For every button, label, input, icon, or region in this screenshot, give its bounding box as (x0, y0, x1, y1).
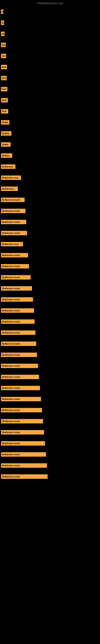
bar-row: Bottleneck result (0, 460, 100, 471)
bar-row: Bottleneck resu (0, 172, 100, 183)
bar-row: Bottleneck resu (0, 238, 100, 250)
bar-row: Bottle (0, 117, 100, 128)
bar-label: Bottleneck result (1, 463, 47, 468)
bar-row: Bott (0, 94, 100, 106)
bar-row: Bottleneck result (0, 471, 100, 482)
bar-label: Bottleneck result (1, 198, 25, 202)
bar-row: Bottleneck result (0, 382, 100, 394)
bar-row: Bottleneck result (0, 305, 100, 316)
bar-label: Bot (1, 76, 7, 80)
bar-label: Bottleneck result (1, 397, 41, 401)
bar-row: Bottleneck result (0, 449, 100, 460)
bar-row: Bottleneck result (0, 260, 100, 272)
bar-row: Bottleneck result (0, 338, 100, 349)
bar-label: Bottleneck result (1, 253, 28, 258)
bar-row: Bo (0, 28, 100, 39)
bar-row: Bot (0, 50, 100, 62)
bar-label: Bott (1, 65, 7, 69)
bar-row: Bottleneck result (0, 272, 100, 283)
bar-label: Bottleneck result (1, 320, 35, 324)
bar-label: Bottle (1, 142, 11, 147)
bar-label: Bott (1, 109, 8, 114)
bar-row: Bottleneck result (0, 250, 100, 260)
bar-label: Bottleneck result (1, 441, 45, 446)
bar-row: Bottleneck result (0, 194, 100, 205)
bar-row: Bottleneck result (0, 349, 100, 360)
bar-label: Bottlen (1, 153, 12, 158)
bar-label: Bottleneck result (1, 408, 42, 412)
bar-row: B (0, 6, 100, 17)
bar-row: Bott (0, 62, 100, 72)
bar-label: Bottleneck result (1, 330, 35, 335)
bar-row: Bottleneck result (0, 283, 100, 294)
bar-label: Bottleneck result (1, 419, 43, 424)
bar-label: Bottleneck result (1, 275, 31, 280)
bar-row: Bottleneck result (0, 216, 100, 228)
bar-row: Bottleneck result (0, 371, 100, 382)
bar-row: Bottleneck result (0, 294, 100, 305)
bar-row: Bottleneck result (0, 228, 100, 238)
bar-label: Bottleneck (1, 164, 15, 169)
bar-row: Bottleneck r (0, 183, 100, 194)
bar-label: Bottleneck result (1, 264, 29, 268)
bar-row: Bottleneck result (0, 404, 100, 416)
bar-row: Bottleneck result (0, 416, 100, 427)
bar-label: Bottlen (1, 131, 11, 136)
bar-label: Bottle (1, 120, 9, 124)
bar-label: Bot (1, 54, 6, 58)
bar-label: Bottleneck result (1, 231, 27, 235)
bar-row: Bottleneck result (0, 360, 100, 371)
bar-row: Bottleneck result (0, 316, 100, 327)
bar-label: Bottleneck result (1, 342, 36, 346)
bar-row: Bottleneck result (0, 427, 100, 438)
bar-label: Bottleneck result (1, 364, 38, 368)
bar-label: Bot (1, 43, 6, 47)
bar-label: Bo (1, 20, 4, 25)
bar-label: Bottleneck result (1, 286, 32, 290)
bar-label: Bottleneck result (1, 297, 33, 302)
bar-label: Bottleneck resu (1, 242, 23, 246)
bar-row: Bottleneck result (0, 327, 100, 338)
bar-label: Bott (1, 98, 8, 102)
bar-label: Bottleneck result (1, 452, 46, 457)
bar-row: Bottle (0, 139, 100, 150)
bar-label: Bottleneck result (1, 220, 26, 224)
bar-row: Bottlen (0, 150, 100, 161)
bar-label: B (1, 10, 3, 14)
bar-label: Bottleneck result (1, 474, 48, 479)
bar-row: Bottleneck (0, 161, 100, 172)
bar-row: Bottleneck result (0, 205, 100, 216)
bar-label: Bottleneck result (1, 308, 34, 313)
bar-row: Bo (0, 17, 100, 28)
bar-row: Bottleneck result (0, 438, 100, 449)
bar-label: Bott (1, 87, 7, 91)
site-title: TheBottlenecker.com (0, 0, 100, 6)
bar-label: Bottleneck result (1, 352, 37, 357)
bar-row: Bott (0, 84, 100, 94)
bars-container: BBoBoBotBotBottBotBottBottBottBottleBott… (0, 6, 100, 482)
bar-label: Bo (1, 32, 4, 36)
bar-row: Bottlen (0, 128, 100, 139)
bar-row: Bott (0, 106, 100, 117)
bar-label: Bottleneck result (1, 430, 44, 434)
bar-label: Bottleneck resu (1, 176, 21, 180)
bar-label: Bottleneck result (1, 209, 25, 213)
bar-row: Bottleneck result (0, 394, 100, 404)
bar-label: Bottleneck result (1, 386, 40, 390)
bar-row: Bot (0, 39, 100, 50)
bar-row: Bot (0, 72, 100, 84)
bar-label: Bottleneck result (1, 375, 39, 379)
bar-label: Bottleneck r (1, 186, 18, 191)
